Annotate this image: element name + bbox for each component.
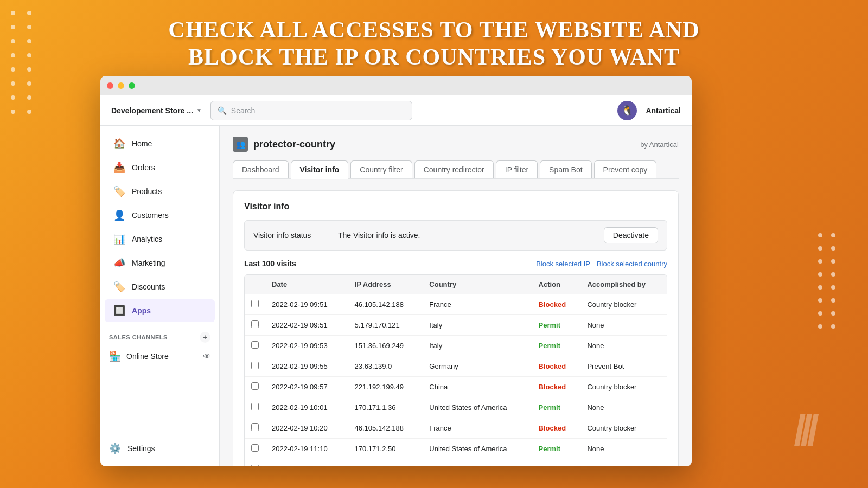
- add-sales-channel-btn[interactable]: +: [200, 332, 210, 343]
- content-area: 👥 protector-country by Antartical Dashbo…: [220, 126, 692, 466]
- sidebar-item-label: Customers: [132, 211, 169, 220]
- visit-accomplished-by: Prevent Bot: [580, 356, 667, 377]
- app-header: 👥 protector-country by Antartical: [233, 137, 679, 152]
- sidebar-item-label: Analytics: [132, 235, 162, 243]
- visit-date: 2022-02-19 09:55: [265, 356, 348, 377]
- marketing-icon: 📣: [113, 257, 125, 269]
- visit-country: United States of America: [423, 397, 532, 418]
- window-close-btn[interactable]: [107, 82, 113, 89]
- store-selector[interactable]: Developement Store ... ▼: [111, 106, 202, 115]
- search-icon: 🔍: [218, 106, 227, 115]
- tab-country-redirector[interactable]: Country redirector: [414, 160, 494, 178]
- visit-country: Italy: [423, 315, 532, 336]
- visit-date: 2022-02-19 09:51: [265, 315, 348, 336]
- table-row: 2022-02-19 10:01170.171.1.36United State…: [245, 397, 667, 418]
- header-checkbox-col: [245, 275, 265, 294]
- main-layout: 🏠Home📥Orders🏷️Products👤Customers📊Analyti…: [100, 126, 692, 466]
- visit-action: Permit: [532, 459, 581, 467]
- visit-date: 2022-02-19 10:01: [265, 397, 348, 418]
- block-selected-country-link[interactable]: Block selected country: [597, 260, 667, 268]
- search-bar[interactable]: 🔍 Search: [210, 101, 412, 120]
- tab-visitor-info[interactable]: Visitor info: [291, 160, 349, 179]
- eye-icon[interactable]: 👁: [203, 352, 210, 361]
- row-checkbox[interactable]: [251, 341, 259, 349]
- row-checkbox[interactable]: [251, 362, 259, 369]
- sidebar-item-orders[interactable]: 📥Orders: [105, 156, 215, 179]
- row-checkbox[interactable]: [251, 465, 259, 466]
- row-checkbox[interactable]: [251, 444, 259, 452]
- visit-accomplished-by: Country blocker: [580, 294, 667, 315]
- table-row: 2022-02-19 09:57221.192.199.49ChinaBlock…: [245, 377, 667, 397]
- header-country: Country: [423, 275, 532, 294]
- visit-country: China: [423, 377, 532, 397]
- sidebar-item-analytics[interactable]: 📊Analytics: [105, 228, 215, 251]
- visit-ip: 170.171.5.120: [348, 459, 423, 467]
- apps-icon: 🔲: [113, 305, 125, 317]
- sidebar-item-products[interactable]: 🏷️Products: [105, 180, 215, 203]
- tabs-nav: DashboardVisitor infoCountry filterCount…: [233, 160, 679, 179]
- row-checkbox[interactable]: [251, 320, 259, 328]
- window-titlebar: [100, 76, 692, 95]
- header-accomplished-by: Accomplished by: [580, 275, 667, 294]
- tab-ip-filter[interactable]: IP filter: [496, 160, 538, 178]
- visit-country: Germany: [423, 356, 532, 377]
- sidebar-item-label: Marketing: [132, 259, 165, 267]
- visits-header: Last 100 visits Block selected IP Block …: [244, 259, 667, 268]
- visit-country: Italy: [423, 336, 532, 356]
- visit-date: 2022-02-19 10:20: [265, 418, 348, 439]
- visit-ip: 5.179.170.121: [348, 315, 423, 336]
- visit-ip: 170.171.1.36: [348, 397, 423, 418]
- sidebar-item-apps[interactable]: 🔲Apps: [105, 299, 215, 322]
- table-row: 2022-02-19 10:2046.105.142.188FranceBloc…: [245, 418, 667, 439]
- chevron-down-icon: ▼: [196, 107, 202, 113]
- settings-item[interactable]: ⚙️ Settings: [100, 437, 219, 460]
- window-minimize-btn[interactable]: [118, 82, 124, 89]
- row-checkbox[interactable]: [251, 403, 259, 410]
- avatar: 🐧: [617, 101, 637, 120]
- settings-label: Settings: [127, 444, 155, 453]
- customers-icon: 👤: [113, 209, 125, 221]
- tab-country-filter[interactable]: Country filter: [350, 160, 412, 178]
- visitor-info-card: Visitor info Visitor info status The Vis…: [233, 190, 679, 466]
- online-store-label: Online Store: [126, 352, 169, 361]
- visit-action: Blocked: [532, 377, 581, 397]
- table-body: 2022-02-19 09:5146.105.142.188FranceBloc…: [245, 294, 667, 467]
- app-window: Developement Store ... ▼ 🔍 Search 🐧 Anta…: [100, 76, 692, 466]
- home-icon: 🏠: [113, 138, 125, 150]
- visits-table-wrapper: DateIP AddressCountryActionAccomplished …: [244, 274, 667, 466]
- sidebar-item-home[interactable]: 🏠Home: [105, 132, 215, 155]
- visit-country: United States of America: [423, 439, 532, 459]
- visit-action: Permit: [532, 439, 581, 459]
- sidebar-item-marketing[interactable]: 📣Marketing: [105, 252, 215, 274]
- app-title: 👥 protector-country: [233, 137, 335, 152]
- row-checkbox[interactable]: [251, 423, 259, 431]
- window-maximize-btn[interactable]: [129, 82, 135, 89]
- tab-prevent-copy[interactable]: Prevent copy: [594, 160, 657, 178]
- status-row: Visitor info status The Visitor info is …: [244, 220, 667, 251]
- visit-accomplished-by: Country blocker: [580, 377, 667, 397]
- visit-accomplished-by: Country blocker: [580, 418, 667, 439]
- tab-dashboard[interactable]: Dashboard: [233, 160, 289, 178]
- app-icon: 👥: [233, 137, 248, 152]
- sidebar-item-discounts[interactable]: 🏷️Discounts: [105, 275, 215, 298]
- sidebar-item-customers[interactable]: 👤Customers: [105, 204, 215, 227]
- row-checkbox[interactable]: [251, 382, 259, 390]
- store-name: Developement Store ...: [111, 106, 193, 115]
- visit-action: Blocked: [532, 294, 581, 315]
- orders-icon: 📥: [113, 162, 125, 174]
- deactivate-button[interactable]: Deactivate: [604, 227, 658, 243]
- visit-date: 2022-02-19 09:57: [265, 377, 348, 397]
- block-selected-ip-link[interactable]: Block selected IP: [536, 260, 590, 268]
- search-placeholder: Search: [231, 106, 255, 115]
- status-label: Visitor info status: [253, 231, 329, 240]
- visit-date: 2022-02-19 11:10: [265, 439, 348, 459]
- tab-spam-bot[interactable]: Spam Bot: [540, 160, 591, 178]
- user-name: Antartical: [646, 106, 681, 115]
- visit-country: United States of America: [423, 459, 532, 467]
- online-store-item[interactable]: 🏪 Online Store 👁: [100, 346, 219, 367]
- app-name: protector-country: [253, 139, 335, 150]
- row-checkbox[interactable]: [251, 300, 259, 307]
- table-header: DateIP AddressCountryActionAccomplished …: [245, 275, 667, 294]
- visit-country: France: [423, 294, 532, 315]
- card-title: Visitor info: [244, 202, 667, 211]
